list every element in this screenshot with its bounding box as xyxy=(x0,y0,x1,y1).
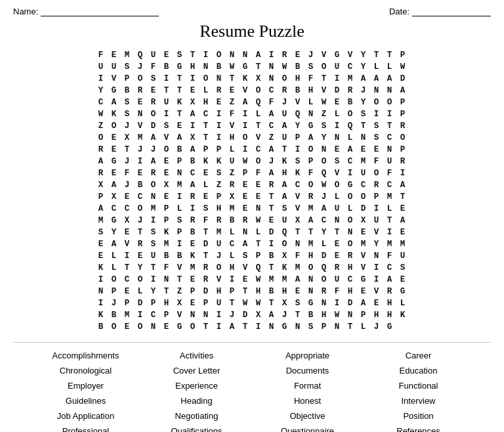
grid-cell: N xyxy=(383,144,396,156)
grid-cell: X xyxy=(278,250,291,262)
grid-cell: M xyxy=(213,227,226,238)
grid-cell: K xyxy=(160,227,173,238)
grid-cell: C xyxy=(121,203,134,215)
grid-cell: M xyxy=(121,309,134,321)
grid-cell: J xyxy=(370,321,383,333)
grid-cell: R xyxy=(147,97,160,108)
word-search-grid: FEMQUESTIONNAIREJVGVYTTPUUSJFBGHNBWGTNWB… xyxy=(94,49,410,333)
grid-cell: V xyxy=(173,309,186,321)
grid-cell: W xyxy=(331,309,344,321)
grid-cell: T xyxy=(226,297,239,309)
grid-cell: T xyxy=(173,108,186,120)
grid-cell: O xyxy=(134,203,147,215)
grid-cell: S xyxy=(173,215,186,227)
grid-cell: B xyxy=(304,309,318,321)
word-item: Documents xyxy=(255,364,360,377)
grid-cell: S xyxy=(396,262,410,274)
grid-cell: O xyxy=(344,191,357,203)
grid-cell: B xyxy=(226,215,239,227)
grid-cell: F xyxy=(265,97,278,108)
grid-cell: O xyxy=(108,321,121,333)
grid-cell: M xyxy=(383,238,396,250)
grid-cell: N xyxy=(186,309,200,321)
word-item: Accomplishments xyxy=(33,349,138,362)
grid-cell: B xyxy=(108,309,121,321)
word-item: Qualifications xyxy=(144,425,249,432)
grid-cell: G xyxy=(344,179,357,191)
word-item: Employer xyxy=(33,379,138,392)
grid-cell: E xyxy=(186,238,200,250)
grid-cell: T xyxy=(291,227,304,238)
grid-cell: H xyxy=(252,286,265,297)
grid-cell: S xyxy=(147,73,160,85)
grid-cell: K xyxy=(108,108,121,120)
grid-cell: E xyxy=(239,203,252,215)
grid-cell: N xyxy=(357,132,370,144)
grid-cell: A xyxy=(265,167,278,179)
grid-cell: E xyxy=(108,49,121,61)
grid-cell: E xyxy=(160,191,173,203)
grid-cell: C xyxy=(186,167,200,179)
grid-cell: U xyxy=(383,156,396,167)
grid-cell: D xyxy=(318,250,331,262)
grid-cell: R xyxy=(134,85,147,97)
grid-cell: O xyxy=(370,97,383,108)
grid-cell: H xyxy=(226,262,239,274)
grid-cell: E xyxy=(121,286,134,297)
grid-cell: N xyxy=(344,227,357,238)
grid-cell: Q xyxy=(134,49,147,61)
grid-cell: I xyxy=(383,108,396,120)
grid-cell: H xyxy=(383,297,396,309)
grid-cell: H xyxy=(383,309,396,321)
grid-cell: I xyxy=(370,203,383,215)
grid-cell: B xyxy=(291,85,304,97)
grid-cell: J xyxy=(134,61,147,73)
grid-cell: N xyxy=(370,250,383,262)
grid-cell: G xyxy=(331,49,344,61)
grid-cell: E xyxy=(186,274,200,286)
grid-cell: S xyxy=(121,97,134,108)
grid-cell: T xyxy=(200,120,213,132)
grid-cell: A xyxy=(94,203,108,215)
grid-cell: R xyxy=(278,85,291,97)
grid-cell: O xyxy=(213,49,226,61)
grid-cell: A xyxy=(239,97,252,108)
grid-cell: H xyxy=(344,286,357,297)
date-field: Date: xyxy=(389,7,491,16)
grid-cell: U xyxy=(331,274,344,286)
grid-cell: O xyxy=(160,144,173,156)
grid-cell: I xyxy=(213,120,226,132)
grid-cell: E xyxy=(357,144,370,156)
grid-cell: U xyxy=(213,238,226,250)
grid-cell: U xyxy=(357,167,370,179)
grid-cell: C xyxy=(200,108,213,120)
grid-cell: N xyxy=(94,286,108,297)
grid-cell: L xyxy=(173,203,186,215)
grid-cell: T xyxy=(173,274,186,286)
grid-cell: O xyxy=(304,262,318,274)
grid-cell: P xyxy=(121,297,134,309)
grid-cell: V xyxy=(173,262,186,274)
grid-cell: T xyxy=(383,120,396,132)
grid-cell: L xyxy=(344,132,357,144)
grid-cell: W xyxy=(318,179,331,191)
grid-cell: O xyxy=(108,274,121,286)
grid-cell: N xyxy=(213,73,226,85)
grid-cell: O xyxy=(147,108,160,120)
grid-cell: I xyxy=(147,215,160,227)
grid-cell: F xyxy=(94,49,108,61)
grid-cell: R xyxy=(278,49,291,61)
grid-cell: M xyxy=(186,262,200,274)
grid-cell: J xyxy=(147,144,160,156)
name-label: Name: xyxy=(13,7,38,16)
grid-cell: T xyxy=(173,85,186,97)
grid-cell: M xyxy=(134,132,147,144)
grid-cell: P xyxy=(160,203,173,215)
grid-cell: I xyxy=(160,108,173,120)
grid-cell: L xyxy=(318,238,331,250)
word-item: Job Application xyxy=(33,410,138,422)
grid-cell: Z xyxy=(94,120,108,132)
grid-cell: H xyxy=(226,132,239,144)
grid-cell: N xyxy=(331,215,344,227)
grid-cell: M xyxy=(304,238,318,250)
